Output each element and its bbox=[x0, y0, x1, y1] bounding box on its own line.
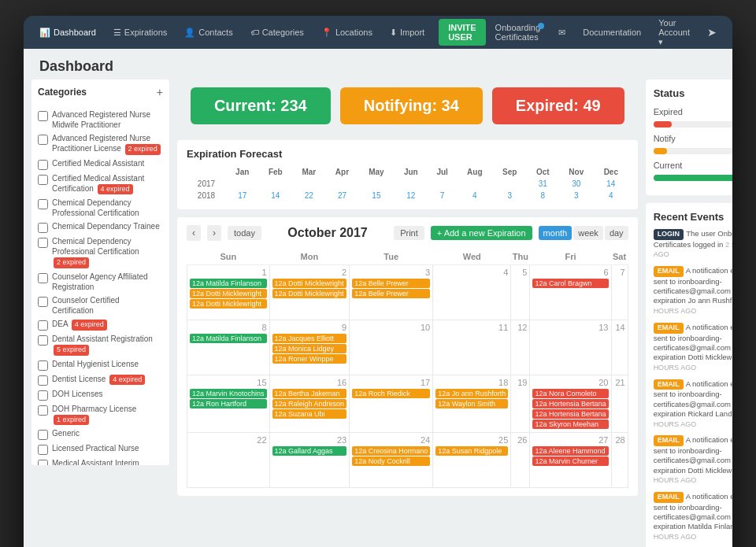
calendar-day[interactable]: 12 bbox=[511, 320, 530, 375]
category-checkbox[interactable] bbox=[38, 111, 48, 121]
calendar-today-button[interactable]: today bbox=[228, 226, 261, 240]
calendar-event[interactable]: 12a Aleene Hammond bbox=[532, 446, 608, 456]
calendar-event[interactable]: 12a Belle Prewer bbox=[352, 279, 430, 288]
nav-onboarding[interactable]: Onboarding Certificates bbox=[487, 18, 550, 46]
calendar-event[interactable]: 12a Hortensia Bertana bbox=[532, 409, 608, 419]
add-category-button[interactable]: + bbox=[157, 86, 163, 98]
calendar-day[interactable]: 212a Dotti Micklewright12a Dotti Micklew… bbox=[269, 265, 350, 320]
category-item[interactable]: Counselor Certified Certification bbox=[38, 294, 163, 317]
category-checkbox[interactable] bbox=[38, 430, 48, 440]
calendar-view-week[interactable]: week bbox=[573, 226, 603, 240]
category-item[interactable]: Chemical Dependancy Trainee bbox=[38, 220, 163, 235]
category-item[interactable]: Medical Assistant Interim Certification bbox=[38, 456, 163, 465]
calendar-event[interactable]: 12a Matilda Finlanson bbox=[190, 279, 267, 288]
calendar-event[interactable]: 12a Bertha Jakeman bbox=[272, 389, 347, 398]
calendar-day[interactable]: 1612a Bertha Jakeman12a Raleigh Andreson… bbox=[269, 375, 350, 433]
nav-categories[interactable]: 🏷 Categories bbox=[243, 23, 312, 42]
category-checkbox[interactable] bbox=[38, 375, 48, 386]
category-checkbox[interactable] bbox=[38, 390, 48, 401]
calendar-event[interactable]: 12a Dotti Micklewright bbox=[190, 299, 267, 309]
calendar-day[interactable]: 10 bbox=[350, 320, 433, 375]
calendar-day[interactable]: 912a Jacques Elliott12a Monica Lidgey12a… bbox=[269, 320, 350, 375]
category-checkbox[interactable] bbox=[38, 460, 48, 465]
category-checkbox[interactable] bbox=[38, 297, 48, 307]
category-checkbox[interactable] bbox=[38, 223, 48, 233]
category-item[interactable]: Certified Medical Assistant Certificatio… bbox=[38, 172, 163, 197]
calendar-day[interactable]: 14 bbox=[611, 320, 628, 375]
calendar-day[interactable]: 7 bbox=[611, 265, 628, 320]
calendar-event[interactable]: 12a Roch Riedick bbox=[352, 389, 430, 398]
calendar-event[interactable]: 12a Skyron Meehan bbox=[532, 419, 608, 429]
category-item[interactable]: Dentist License 4 expired bbox=[38, 372, 163, 387]
invite-user-button[interactable]: INVITE USER bbox=[439, 19, 485, 46]
calendar-event[interactable]: 12a Raleigh Andreson bbox=[272, 399, 347, 408]
category-checkbox[interactable] bbox=[38, 405, 48, 416]
notifying-stat[interactable]: Notifying: 34 bbox=[340, 87, 483, 124]
category-item[interactable]: Chemical Dependency Professional Certifi… bbox=[38, 235, 163, 270]
calendar-event[interactable]: 12a Dotti Micklewright bbox=[272, 289, 347, 298]
calendar-event[interactable]: 12a Gallard Aggas bbox=[272, 446, 347, 456]
calendar-day[interactable]: 11 bbox=[433, 320, 511, 375]
category-checkbox[interactable] bbox=[38, 360, 48, 371]
category-checkbox[interactable] bbox=[38, 273, 48, 283]
calendar-day[interactable]: 812a Matilda Finlanson bbox=[187, 320, 270, 375]
calendar-event[interactable]: 12a Susan Ridgpole bbox=[435, 446, 508, 456]
category-checkbox[interactable] bbox=[38, 160, 48, 170]
nav-contacts[interactable]: 👤 Contacts bbox=[176, 23, 240, 43]
nav-forward-icon[interactable]: ➤ bbox=[699, 21, 724, 43]
category-checkbox[interactable] bbox=[38, 320, 48, 331]
calendar-event[interactable]: 12a Monica Lidgey bbox=[272, 344, 347, 353]
category-checkbox[interactable] bbox=[38, 238, 48, 248]
calendar-event[interactable]: 12a Suzana Ubi bbox=[272, 409, 347, 419]
calendar-day[interactable]: 21 bbox=[611, 375, 628, 433]
category-checkbox[interactable] bbox=[38, 335, 48, 346]
calendar-next-button[interactable]: › bbox=[207, 225, 221, 241]
nav-import[interactable]: ⬇ Import bbox=[382, 23, 432, 43]
calendar-event[interactable]: 12a Belle Prewer bbox=[352, 289, 430, 298]
current-stat[interactable]: Current: 234 bbox=[191, 87, 331, 124]
calendar-event[interactable]: 12a Waylon Smith bbox=[435, 399, 508, 408]
category-item[interactable]: DOH Pharmacy License 1 expired bbox=[38, 402, 163, 427]
calendar-day[interactable]: 26 bbox=[511, 433, 530, 488]
calendar-add-expiration-button[interactable]: + Add a new Expiration bbox=[431, 226, 532, 240]
calendar-day[interactable]: 22 bbox=[187, 433, 270, 488]
calendar-event[interactable]: 12a Ron Hartford bbox=[190, 399, 267, 408]
nav-documentation[interactable]: Documentation bbox=[575, 23, 649, 42]
calendar-day[interactable]: 28 bbox=[611, 433, 628, 488]
calendar-day[interactable]: 1512a Marvin Knotochins12a Ron Hartford bbox=[187, 375, 270, 433]
calendar-day[interactable]: 2412a Creosina Hormano12a Nody Cockrill bbox=[350, 433, 433, 488]
calendar-event[interactable]: 12a Hortensia Bertana bbox=[532, 399, 608, 408]
calendar-event[interactable]: 12a Jacques Elliott bbox=[272, 334, 347, 343]
nav-messages[interactable]: ✉ bbox=[550, 23, 573, 43]
calendar-event[interactable]: 12a Nody Cockrill bbox=[352, 456, 430, 466]
calendar-day[interactable]: 19 bbox=[511, 375, 530, 433]
category-checkbox[interactable] bbox=[38, 135, 48, 145]
nav-dashboard[interactable]: 📊 Dashboard bbox=[32, 23, 104, 43]
calendar-day[interactable]: 2312a Gallard Aggas bbox=[269, 433, 350, 488]
calendar-event[interactable]: 12a Dotti Micklewright bbox=[272, 279, 347, 288]
calendar-event[interactable]: 12a Carol Bragwn bbox=[532, 279, 608, 288]
category-item[interactable]: Generic bbox=[38, 427, 163, 442]
calendar-day[interactable]: 2512a Susan Ridgpole bbox=[433, 433, 511, 488]
category-checkbox[interactable] bbox=[38, 445, 48, 455]
calendar-event[interactable]: 12a Nora Comoleto bbox=[532, 389, 608, 398]
calendar-day[interactable]: 2712a Aleene Hammond12a Marvin Churner bbox=[530, 433, 611, 488]
calendar-event[interactable]: 12a Jo ann Rushforth bbox=[435, 389, 508, 398]
calendar-prev-button[interactable]: ‹ bbox=[187, 225, 201, 241]
nav-account[interactable]: Your Account ▾ bbox=[650, 16, 698, 52]
calendar-day[interactable]: 1812a Jo ann Rushforth12a Waylon Smith bbox=[433, 375, 511, 433]
category-item[interactable]: DOH Licenses bbox=[38, 387, 163, 402]
calendar-print-button[interactable]: Print bbox=[394, 226, 424, 240]
calendar-day[interactable]: 312a Belle Prewer12a Belle Prewer bbox=[350, 265, 433, 320]
category-item[interactable]: Certified Medical Assistant bbox=[38, 157, 163, 172]
calendar-event[interactable]: 12a Marvin Churner bbox=[532, 456, 608, 466]
nav-expirations[interactable]: ☰ Expirations bbox=[106, 23, 175, 43]
category-item[interactable]: Dental Assistant Registration 5 expired bbox=[38, 332, 163, 357]
category-checkbox[interactable] bbox=[38, 175, 48, 185]
category-item[interactable]: Advanced Registered Nurse Midwife Practi… bbox=[38, 108, 163, 131]
calendar-day[interactable]: 2012a Nora Comoleto12a Hortensia Bertana… bbox=[530, 375, 611, 433]
calendar-day[interactable]: 612a Carol Bragwn bbox=[530, 265, 611, 320]
calendar-event[interactable]: 12a Matilda Finlanson bbox=[190, 334, 267, 343]
calendar-event[interactable]: 12a Creosina Hormano bbox=[352, 446, 430, 456]
category-item[interactable]: Chemical Dependancy Professional Certifi… bbox=[38, 196, 163, 220]
